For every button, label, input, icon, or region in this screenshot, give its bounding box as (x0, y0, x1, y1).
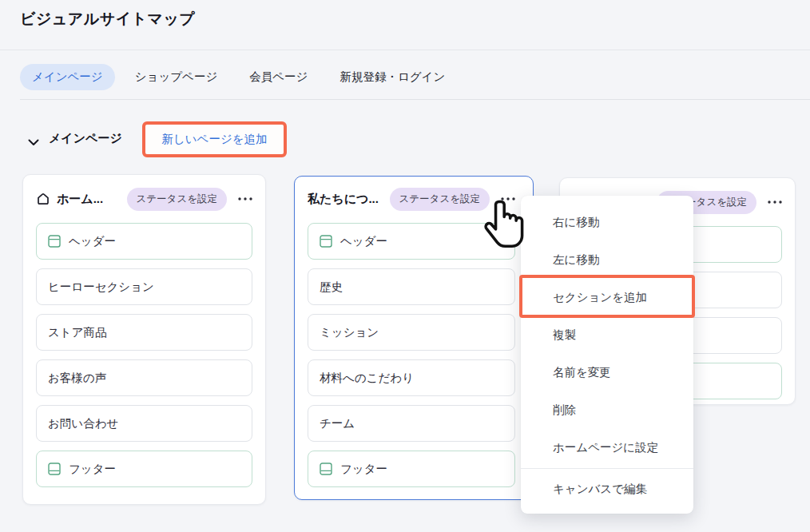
menu-item-edit-in-canvas[interactable]: キャンバスで編集 (521, 470, 693, 508)
section-item-footer[interactable]: フッター (308, 451, 515, 487)
more-options-icon[interactable] (238, 197, 252, 200)
add-new-page-link[interactable]: 新しいページを追加 (161, 132, 267, 147)
menu-item-add-section[interactable]: セクションを追加 (521, 279, 693, 316)
status-badge[interactable]: ステータスを設定 (390, 188, 490, 211)
section-item-label: ミッション (320, 325, 379, 340)
page-title: ビジュアルサイトマップ (20, 9, 195, 30)
section-item-label: 歴史 (320, 280, 343, 295)
tab-signup-login[interactable]: 新規登録・ログイン (328, 64, 457, 90)
page-context-menu: 右に移動 左に移動 セクションを追加 複製 名前を変更 削除 ホームページに設定… (521, 196, 693, 514)
tab-member-pages[interactable]: 会員ページ (237, 64, 320, 90)
tab-main-pages[interactable]: メインページ (20, 64, 115, 90)
footer-section-icon (320, 463, 332, 475)
header-section-icon (48, 235, 61, 248)
section-item-label: チーム (320, 416, 355, 431)
section-item[interactable]: ヒーローセクション (36, 268, 252, 305)
header-section-icon (320, 235, 332, 248)
section-item-header[interactable]: ヘッダー (308, 223, 515, 260)
more-options-icon[interactable] (501, 197, 515, 200)
section-item[interactable]: お客様の声 (36, 359, 252, 396)
section-item-label: フッター (340, 462, 387, 477)
section-item-label: ヒーローセクション (48, 280, 154, 295)
section-item-footer[interactable]: フッター (36, 451, 252, 487)
status-badge[interactable]: ステータスを設定 (127, 188, 227, 211)
section-item-header[interactable]: ヘッダー (36, 223, 252, 260)
page-card-title: ホーム... (57, 192, 103, 207)
section-item-label: 材料へのこだわり (320, 371, 414, 386)
section-item-label: お問い合わせ (48, 416, 118, 431)
section-item[interactable]: 歴史 (308, 268, 515, 305)
section-item[interactable]: お問い合わせ (36, 405, 252, 442)
menu-divider (521, 468, 693, 469)
visual-sitemap-app: ビジュアルサイトマップ メインページ ショップページ 会員ページ 新規登録・ログ… (0, 0, 810, 532)
card-header: ホーム... ステータスを設定 (36, 188, 252, 210)
section-list: ヘッダー 歴史 ミッション 材料へのこだわり チーム フッター (308, 223, 515, 487)
card-header: 私たちにつ... ステータスを設定 (308, 188, 515, 210)
annotation-highlight-add-page: 新しいページを追加 (142, 121, 287, 157)
page-card-about-selected[interactable]: 私たちにつ... ステータスを設定 ヘッダー 歴史 ミッション 材料へのこだわり (294, 176, 534, 500)
menu-item-duplicate[interactable]: 複製 (521, 316, 693, 354)
section-item-label: ヘッダー (340, 234, 387, 249)
menu-item-rename[interactable]: 名前を変更 (521, 354, 693, 391)
section-item[interactable]: ミッション (308, 314, 515, 351)
section-title: メインページ (49, 131, 122, 146)
section-item-label: お客様の声 (48, 371, 106, 386)
section-item-label: フッター (69, 462, 116, 477)
chevron-down-icon[interactable] (28, 135, 39, 149)
tabbar-divider (20, 99, 810, 100)
more-options-icon[interactable] (768, 200, 782, 204)
section-item-label: ストア商品 (48, 325, 107, 340)
menu-item-move-right[interactable]: 右に移動 (521, 204, 693, 241)
tab-shop-pages[interactable]: ショップページ (123, 64, 230, 90)
page-card-title: 私たちにつ... (308, 192, 379, 207)
header-divider (0, 50, 810, 50)
tab-bar: メインページ ショップページ 会員ページ 新規登録・ログイン (20, 64, 457, 90)
section-item-label: ヘッダー (69, 234, 116, 249)
menu-item-set-homepage[interactable]: ホームページに設定 (521, 429, 693, 466)
section-item[interactable]: ストア商品 (36, 314, 252, 351)
menu-item-move-left[interactable]: 左に移動 (521, 241, 693, 279)
footer-section-icon (48, 463, 61, 475)
home-icon (36, 192, 50, 206)
section-item[interactable]: 材料へのこだわり (308, 359, 515, 396)
section-list: ヘッダー ヒーローセクション ストア商品 お客様の声 お問い合わせ フッター (36, 223, 252, 487)
section-item[interactable]: チーム (308, 405, 515, 442)
page-card-home[interactable]: ホーム... ステータスを設定 ヘッダー ヒーローセクション ストア商品 お客様… (22, 174, 266, 505)
menu-item-delete[interactable]: 削除 (521, 391, 693, 429)
